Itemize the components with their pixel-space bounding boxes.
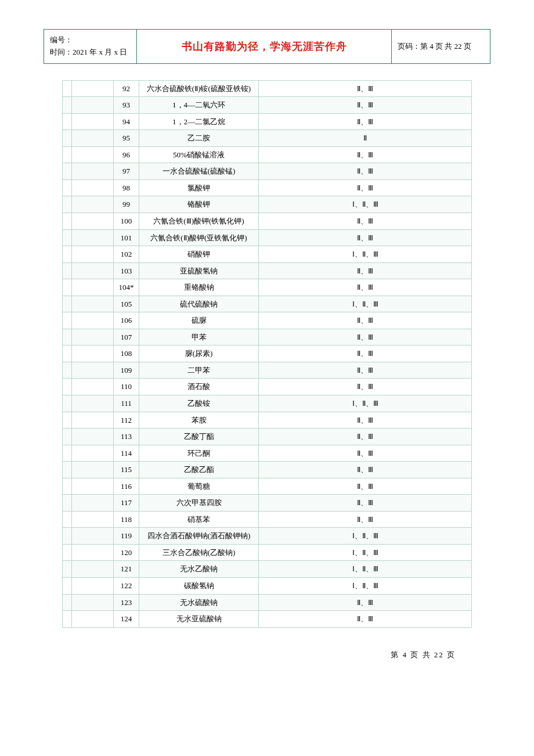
row-category: Ⅱ、Ⅲ [259, 345, 472, 362]
spacer-cell [72, 296, 114, 312]
row-index: 106 [114, 312, 139, 329]
row-chemical-name: 硫脲 [139, 312, 259, 329]
row-category: Ⅱ、Ⅲ [259, 262, 472, 279]
row-category: Ⅰ、Ⅱ、Ⅲ [259, 246, 472, 263]
table-row: 98氯酸钾Ⅱ、Ⅲ [63, 179, 472, 196]
spacer-cell [72, 462, 114, 478]
spacer-cell [72, 528, 114, 545]
row-category: Ⅱ、Ⅲ [259, 146, 472, 163]
row-category: Ⅰ、Ⅱ、Ⅲ [259, 544, 472, 561]
spacer-cell [63, 179, 72, 196]
table-row: 117六次甲基四胺Ⅱ、Ⅲ [63, 495, 472, 512]
spacer-cell [63, 329, 72, 345]
row-category: Ⅰ、Ⅱ、Ⅲ [259, 395, 472, 412]
row-category: Ⅱ、Ⅲ [259, 594, 472, 611]
row-chemical-name: 酒石酸 [139, 379, 259, 395]
time-label: 时间： [50, 48, 73, 56]
row-index: 97 [114, 163, 139, 180]
row-category: Ⅱ [259, 130, 472, 147]
spacer-cell [63, 462, 72, 478]
spacer-cell [72, 395, 114, 412]
spacer-cell [72, 478, 114, 495]
row-chemical-name: 重铬酸钠 [139, 279, 259, 296]
row-chemical-name: 无水硫酸钠 [139, 594, 259, 611]
table-row: 113乙酸丁酯Ⅱ、Ⅲ [63, 429, 472, 445]
row-category: Ⅱ、Ⅲ [259, 80, 472, 97]
spacer-cell [72, 561, 114, 578]
row-chemical-name: 葡萄糖 [139, 478, 259, 495]
time-line: 时间：2021 年 x 月 x 日 [50, 46, 131, 59]
page-value: 第 4 页 共 22 页 [420, 42, 471, 51]
row-index: 120 [114, 544, 139, 561]
spacer-cell [63, 113, 72, 130]
row-index: 108 [114, 345, 139, 362]
row-chemical-name: 硝酸钾 [139, 246, 259, 263]
spacer-cell [63, 196, 72, 213]
spacer-cell [72, 429, 114, 445]
data-table-body: 92六水合硫酸铁(Ⅱ)铵(硫酸亚铁铵)Ⅱ、Ⅲ931，4—二氧六环Ⅱ、Ⅲ941，2… [63, 80, 472, 627]
row-category: Ⅱ、Ⅲ [259, 429, 472, 445]
table-row: 118硝基苯Ⅱ、Ⅲ [63, 511, 472, 528]
spacer-cell [72, 163, 114, 180]
data-table: 92六水合硫酸铁(Ⅱ)铵(硫酸亚铁铵)Ⅱ、Ⅲ931，4—二氧六环Ⅱ、Ⅲ941，2… [62, 80, 472, 628]
spacer-cell [63, 130, 72, 147]
page: 编号： 时间：2021 年 x 月 x 日 书山有路勤为径，学海无涯苦作舟 页码… [0, 0, 534, 683]
row-index: 93 [114, 97, 139, 114]
table-row: 106硫脲Ⅱ、Ⅲ [63, 312, 472, 329]
table-row: 97一水合硫酸锰(硫酸锰)Ⅱ、Ⅲ [63, 163, 472, 180]
table-row: 108脲(尿素)Ⅱ、Ⅲ [63, 345, 472, 362]
table-row: 9650%硝酸锰溶液Ⅱ、Ⅲ [63, 146, 472, 163]
row-chemical-name: 乙酸乙酯 [139, 462, 259, 478]
row-category: Ⅱ、Ⅲ [259, 113, 472, 130]
table-row: 99铬酸钾Ⅰ、Ⅱ、Ⅲ [63, 196, 472, 213]
header-left-cell: 编号： 时间：2021 年 x 月 x 日 [44, 30, 137, 64]
row-index: 99 [114, 196, 139, 213]
spacer-cell [72, 213, 114, 229]
spacer-cell [72, 146, 114, 163]
row-chemical-name: 六氰合铁(Ⅱ)酸钾(亚铁氰化钾) [139, 229, 259, 246]
row-category: Ⅱ、Ⅲ [259, 279, 472, 296]
row-chemical-name: 六水合硫酸铁(Ⅱ)铵(硫酸亚铁铵) [139, 80, 259, 97]
row-category: Ⅱ、Ⅲ [259, 97, 472, 114]
time-value: 2021 年 x 月 x 日 [73, 48, 127, 56]
row-index: 123 [114, 594, 139, 611]
table-row: 931，4—二氧六环Ⅱ、Ⅲ [63, 97, 472, 114]
spacer-cell [72, 329, 114, 345]
table-row: 100六氰合铁(Ⅲ)酸钾(铁氰化钾)Ⅱ、Ⅲ [63, 213, 472, 229]
row-index: 115 [114, 462, 139, 478]
row-chemical-name: 亚硫酸氢钠 [139, 262, 259, 279]
spacer-cell [63, 429, 72, 445]
row-index: 103 [114, 262, 139, 279]
header-motto: 书山有路勤为径，学海无涯苦作舟 [182, 41, 347, 52]
row-chemical-name: 六氰合铁(Ⅲ)酸钾(铁氰化钾) [139, 213, 259, 229]
spacer-cell [63, 213, 72, 229]
table-row: 116葡萄糖Ⅱ、Ⅲ [63, 478, 472, 495]
spacer-cell [63, 495, 72, 512]
table-row: 121无水乙酸钠Ⅰ、Ⅱ、Ⅲ [63, 561, 472, 578]
spacer-cell [63, 594, 72, 611]
bianhao-line: 编号： [50, 34, 131, 46]
row-category: Ⅱ、Ⅲ [259, 312, 472, 329]
row-category: Ⅱ、Ⅲ [259, 495, 472, 512]
table-row: 103亚硫酸氢钠Ⅱ、Ⅲ [63, 262, 472, 279]
row-category: Ⅰ、Ⅱ、Ⅲ [259, 196, 472, 213]
table-row: 114环己酮Ⅱ、Ⅲ [63, 445, 472, 462]
spacer-cell [63, 379, 72, 395]
row-category: Ⅱ、Ⅲ [259, 611, 472, 628]
table-row: 92六水合硫酸铁(Ⅱ)铵(硫酸亚铁铵)Ⅱ、Ⅲ [63, 80, 472, 97]
row-index: 107 [114, 329, 139, 345]
spacer-cell [72, 611, 114, 628]
spacer-cell [72, 445, 114, 462]
page-label: 页码： [398, 42, 420, 51]
row-index: 109 [114, 362, 139, 379]
table-row: 123无水硫酸钠Ⅱ、Ⅲ [63, 594, 472, 611]
row-index: 114 [114, 445, 139, 462]
table-row: 120三水合乙酸钠(乙酸钠)Ⅰ、Ⅱ、Ⅲ [63, 544, 472, 561]
row-chemical-name: 苯胺 [139, 412, 259, 429]
spacer-cell [63, 279, 72, 296]
spacer-cell [72, 113, 114, 130]
row-chemical-name: 碳酸氢钠 [139, 578, 259, 595]
row-index: 104* [114, 279, 139, 296]
bianhao-label: 编号： [50, 35, 73, 44]
spacer-cell [63, 445, 72, 462]
